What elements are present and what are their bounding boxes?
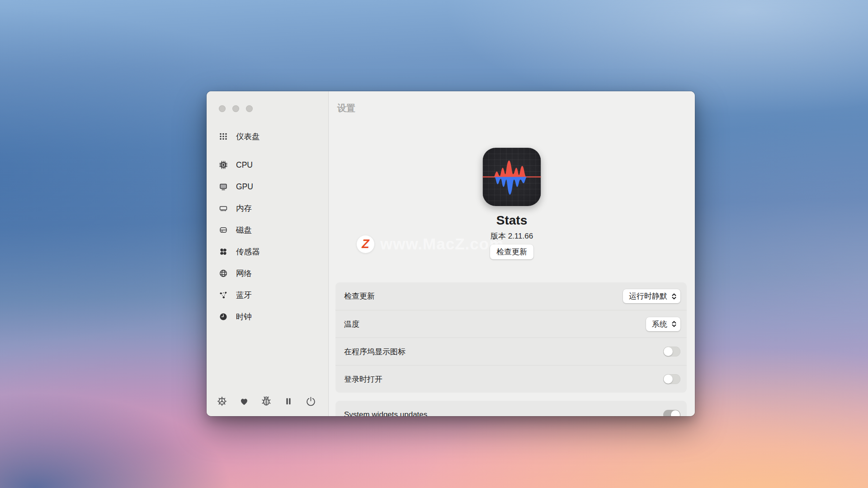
settings-panel: 设置 Z www.MacZ.com Stats 版本 2.11.66 检查更新 … bbox=[329, 91, 695, 416]
gpu-display-icon bbox=[218, 182, 228, 192]
settings-row-dock-icon: 在程序坞显示图标 bbox=[335, 338, 687, 365]
select-value: 系统 bbox=[652, 319, 667, 329]
sidebar-item-sensors[interactable]: 传感器 bbox=[207, 241, 328, 263]
clock-icon bbox=[218, 312, 228, 322]
minimize-button[interactable] bbox=[232, 105, 239, 112]
sidebar-item-label: 仪表盘 bbox=[236, 131, 260, 142]
sidebar-footer bbox=[216, 395, 316, 407]
sidebar-item-label: GPU bbox=[236, 182, 253, 192]
sidebar-nav: 仪表盘 CPU bbox=[207, 126, 328, 328]
toggle-knob bbox=[664, 375, 673, 384]
power-icon[interactable] bbox=[305, 395, 316, 407]
sidebar-item-network[interactable]: 网络 bbox=[207, 263, 328, 284]
sidebar-item-clock[interactable]: 时钟 bbox=[207, 306, 328, 328]
disk-drive-icon bbox=[218, 225, 228, 235]
sidebar-item-gpu[interactable]: GPU bbox=[207, 176, 328, 197]
settings-row-temperature: 温度 系统 bbox=[335, 310, 687, 338]
settings-row-check-updates: 检查更新 运行时静默 bbox=[335, 282, 687, 310]
row-label: System widgets updates bbox=[344, 410, 427, 416]
sidebar-item-label: 传感器 bbox=[236, 246, 260, 257]
row-label: 检查更新 bbox=[344, 291, 375, 301]
sidebar-item-label: 网络 bbox=[236, 268, 252, 279]
sidebar-item-label: 内存 bbox=[236, 203, 252, 214]
settings-gear-icon[interactable] bbox=[216, 395, 228, 407]
traffic-lights bbox=[219, 105, 253, 112]
sensors-fan-icon bbox=[218, 247, 228, 257]
network-globe-icon bbox=[218, 268, 228, 278]
widgets-card: System widgets updates bbox=[335, 401, 687, 416]
toggle-knob bbox=[671, 410, 680, 416]
open-at-login-toggle[interactable] bbox=[663, 374, 680, 384]
sidebar-item-label: 时钟 bbox=[236, 311, 252, 322]
stats-app-icon bbox=[483, 148, 541, 206]
updown-chevron-icon bbox=[671, 320, 677, 328]
sidebar-item-label: 蓝牙 bbox=[236, 290, 252, 300]
app-version: 版本 2.11.66 bbox=[329, 231, 695, 241]
updown-chevron-icon bbox=[671, 293, 677, 300]
settings-row-login: 登录时打开 bbox=[335, 365, 687, 393]
temperature-select[interactable]: 系统 bbox=[646, 317, 680, 331]
sidebar-item-cpu[interactable]: CPU bbox=[207, 154, 328, 176]
heart-icon[interactable] bbox=[238, 395, 250, 407]
dashboard-grid-icon bbox=[218, 131, 228, 141]
memory-ram-icon bbox=[218, 203, 228, 213]
sidebar-item-memory[interactable]: 内存 bbox=[207, 197, 328, 219]
sidebar: 仪表盘 CPU bbox=[207, 91, 329, 416]
zoom-button[interactable] bbox=[246, 105, 253, 112]
bug-report-icon[interactable] bbox=[260, 395, 272, 407]
pause-icon[interactable] bbox=[283, 395, 294, 407]
settings-card: 检查更新 运行时静默 温度 系统 bbox=[335, 282, 687, 393]
sidebar-item-bluetooth[interactable]: 蓝牙 bbox=[207, 284, 328, 306]
bluetooth-devices-icon bbox=[218, 290, 228, 300]
page-title: 设置 bbox=[337, 102, 355, 114]
row-label: 登录时打开 bbox=[344, 374, 382, 385]
select-value: 运行时静默 bbox=[629, 291, 667, 301]
close-button[interactable] bbox=[219, 105, 226, 112]
sidebar-item-disk[interactable]: 磁盘 bbox=[207, 219, 328, 241]
update-mode-select[interactable]: 运行时静默 bbox=[623, 289, 680, 303]
system-widgets-toggle[interactable] bbox=[663, 410, 680, 416]
sidebar-item-label: 磁盘 bbox=[236, 225, 252, 235]
stats-settings-window: 仪表盘 CPU bbox=[207, 91, 695, 416]
toggle-knob bbox=[664, 347, 673, 356]
cpu-icon bbox=[218, 160, 228, 170]
row-label: 在程序坞显示图标 bbox=[344, 347, 406, 357]
sidebar-item-dashboard[interactable]: 仪表盘 bbox=[207, 126, 328, 147]
row-label: 温度 bbox=[344, 319, 359, 329]
app-name: Stats bbox=[329, 213, 695, 228]
sidebar-item-label: CPU bbox=[236, 160, 253, 170]
check-updates-button[interactable]: 检查更新 bbox=[490, 244, 533, 259]
settings-row-system-widgets: System widgets updates bbox=[335, 401, 687, 416]
dock-icon-toggle[interactable] bbox=[663, 347, 680, 357]
